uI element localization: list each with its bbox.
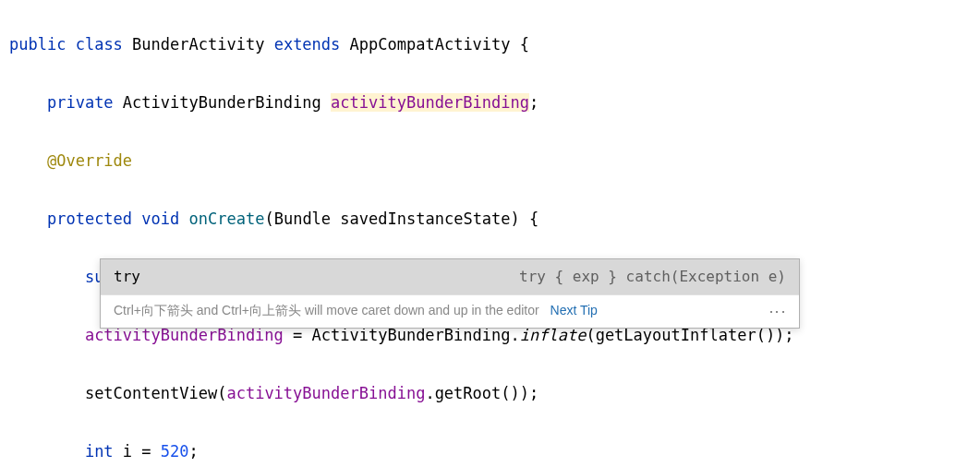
param-type: Bundle (274, 210, 331, 228)
paren-brace: ) { (511, 210, 539, 228)
type-name: ActivityBunderBinding (123, 93, 321, 112)
paren: ( (217, 384, 226, 402)
code-line[interactable]: int i = 520; (9, 437, 980, 466)
annotation: @Override (47, 151, 132, 170)
code-line[interactable]: setContentView(activityBunderBinding.get… (9, 379, 980, 408)
dot: . (425, 384, 434, 402)
more-icon[interactable]: ⋮ (769, 304, 786, 318)
keyword-int: int (85, 442, 114, 461)
keyword-protected: protected (47, 210, 132, 228)
autocomplete-item-label: try (114, 263, 140, 291)
keyword-extends: extends (274, 35, 341, 54)
keyword-class: class (76, 35, 123, 54)
param-name: savedInstanceState (340, 210, 510, 228)
semicolon: ; (529, 93, 538, 112)
var-name: i (114, 442, 142, 461)
method-name: onCreate (189, 210, 265, 228)
paren: ( (264, 210, 273, 228)
autocomplete-popup[interactable]: try try { exp } catch(Exception e) Ctrl+… (100, 258, 800, 329)
autocomplete-item-hint: try { exp } catch(Exception e) (519, 263, 786, 291)
close: ()); (501, 384, 538, 402)
semicolon: ; (189, 442, 199, 461)
class-name: BunderActivity (132, 35, 264, 54)
parent-class: AppCompatActivity (350, 35, 511, 54)
method-call: setContentView (85, 384, 217, 402)
code-line[interactable]: private ActivityBunderBinding activityBu… (9, 89, 980, 117)
field-ref: activityBunderBinding (226, 384, 425, 402)
keyword-private: private (47, 93, 114, 112)
autocomplete-tip-text: Ctrl+向下箭头 and Ctrl+向上箭头 will move caret … (114, 299, 598, 323)
code-line[interactable]: protected void onCreate(Bundle savedInst… (9, 205, 980, 234)
next-tip-link[interactable]: Next Tip (550, 303, 598, 317)
code-line[interactable]: @Override (9, 147, 980, 175)
autocomplete-tip-bar: Ctrl+向下箭头 and Ctrl+向上箭头 will move caret … (101, 294, 799, 329)
code-line[interactable]: public class BunderActivity extends AppC… (9, 30, 980, 59)
brace: { (511, 35, 529, 54)
keyword-void: void (141, 210, 179, 228)
autocomplete-item[interactable]: try try { exp } catch(Exception e) (101, 259, 799, 294)
field-name: activityBunderBinding (331, 93, 529, 112)
eq: = (141, 442, 160, 461)
code-editor[interactable]: public class BunderActivity extends AppC… (0, 0, 980, 467)
number-literal: 520 (161, 442, 189, 461)
keyword-public: public (9, 35, 66, 54)
method-call: getRoot (435, 384, 502, 402)
